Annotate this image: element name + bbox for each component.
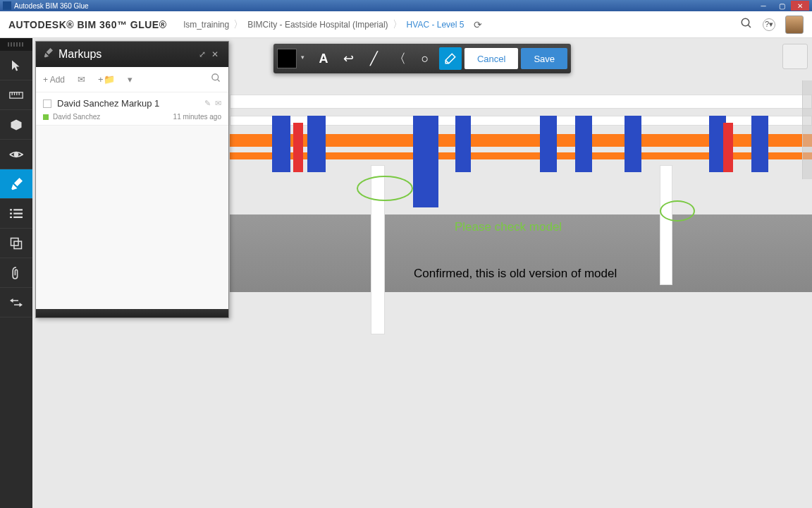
window-titlebar: Autodesk BIM 360 Glue ─ ▢ ✕ (0, 0, 812, 11)
markup-text-black[interactable]: Confirmed, this is old version of model (414, 267, 617, 281)
svg-rect-12 (10, 216, 12, 217)
color-picker[interactable] (277, 49, 297, 68)
close-button[interactable]: ✕ (791, 1, 809, 11)
status-indicator (43, 114, 49, 120)
app-icon (3, 1, 11, 10)
eraser-tool[interactable] (439, 47, 462, 70)
panel-footer[interactable] (36, 309, 228, 318)
chevron-right-icon: 〉 (233, 18, 243, 31)
markup-text-green[interactable]: Please check model (455, 220, 562, 234)
refresh-icon[interactable]: ⟳ (474, 19, 482, 30)
dropdown-icon[interactable]: ▾ (128, 74, 133, 85)
left-toolbar (0, 38, 32, 508)
panel-close-icon[interactable]: ✕ (209, 49, 221, 59)
breadcrumb-project[interactable]: lsm_training (180, 20, 234, 30)
add-folder-icon[interactable]: +📁 (98, 74, 115, 85)
help-icon[interactable]: ?▾ (763, 18, 775, 31)
add-markup-button[interactable]: + Add (43, 75, 65, 85)
list-tool[interactable] (0, 199, 32, 229)
line-tool[interactable]: ╱ (363, 47, 386, 70)
breadcrumb-model[interactable]: BIMCity - Eastside Hospital (Imperial) (243, 20, 392, 30)
save-button[interactable]: Save (521, 48, 567, 69)
markup-ellipse[interactable] (357, 176, 413, 201)
markup-author: David Sanchez (53, 113, 173, 121)
chevron-right-icon: 〉 (393, 18, 402, 31)
markup-toolbar: A ↩ ╱ 〈 ○ Cancel Save (273, 44, 571, 73)
mail-icon[interactable]: ✉ (78, 74, 85, 85)
app-header: AUTODESK® BIM 360™ GLUE® lsm_training 〉 … (0, 11, 812, 38)
minimize-button[interactable]: ─ (754, 1, 773, 11)
sync-tool[interactable] (0, 288, 32, 318)
markup-ellipse[interactable] (660, 200, 695, 222)
markup-time: 11 minutes ago (173, 113, 221, 121)
viewcube[interactable] (782, 44, 808, 69)
svg-line-1 (748, 25, 751, 28)
breadcrumb: lsm_training 〉 BIMCity - Eastside Hospit… (180, 18, 483, 31)
svg-rect-10 (10, 212, 12, 214)
maximize-button[interactable]: ▢ (773, 1, 791, 11)
app-logo: AUTODESK® BIM 360™ GLUE® (8, 19, 167, 30)
svg-rect-11 (13, 212, 23, 214)
svg-rect-8 (10, 209, 12, 210)
clash-tool[interactable] (0, 229, 32, 258)
navigation-bar[interactable] (802, 80, 812, 179)
views-tool[interactable] (0, 140, 32, 169)
panel-expand-icon[interactable]: ⤢ (196, 49, 209, 59)
markup-list-item[interactable]: David Sanchez Markup 1 ✎ ✉ David Sanchez… (36, 92, 228, 126)
panel-body (36, 126, 228, 309)
markup-name: David Sanchez Markup 1 (57, 98, 199, 109)
svg-rect-9 (13, 209, 23, 210)
polyline-tool[interactable]: 〈 (388, 47, 411, 70)
markup-mail-icon[interactable]: ✉ (215, 99, 221, 108)
arrow-tool[interactable]: ↩ (338, 47, 360, 70)
markup-checkbox[interactable] (43, 99, 51, 108)
svg-point-0 (742, 18, 749, 26)
user-avatar[interactable] (785, 16, 804, 34)
3d-scene (230, 66, 812, 292)
toolbar-grip[interactable] (0, 38, 32, 51)
svg-point-16 (212, 74, 219, 80)
measure-tool[interactable] (0, 80, 32, 110)
svg-line-17 (217, 79, 219, 81)
panel-search-icon[interactable] (211, 73, 221, 86)
window-title: Autodesk BIM 360 Glue (14, 2, 754, 10)
models-tool[interactable] (0, 110, 32, 140)
search-icon[interactable] (740, 17, 753, 32)
attachments-tool[interactable] (0, 258, 32, 288)
svg-rect-13 (13, 216, 23, 217)
svg-point-7 (15, 152, 18, 156)
select-tool[interactable] (0, 51, 32, 80)
breadcrumb-view[interactable]: HVAC - Level 5 (402, 20, 469, 30)
panel-toolbar: + Add ✉ +📁 ▾ (36, 67, 228, 92)
circle-tool[interactable]: ○ (414, 47, 436, 70)
markup-edit-icon[interactable]: ✎ (204, 99, 211, 108)
markup-icon (43, 48, 53, 61)
markups-tool[interactable] (0, 169, 32, 199)
text-tool[interactable]: A (312, 47, 335, 70)
panel-title: Markups (59, 48, 196, 61)
cancel-button[interactable]: Cancel (465, 48, 518, 69)
panel-header[interactable]: Markups ⤢ ✕ (36, 42, 228, 67)
markups-panel: Markups ⤢ ✕ + Add ✉ +📁 ▾ David Sanchez M… (35, 41, 229, 318)
